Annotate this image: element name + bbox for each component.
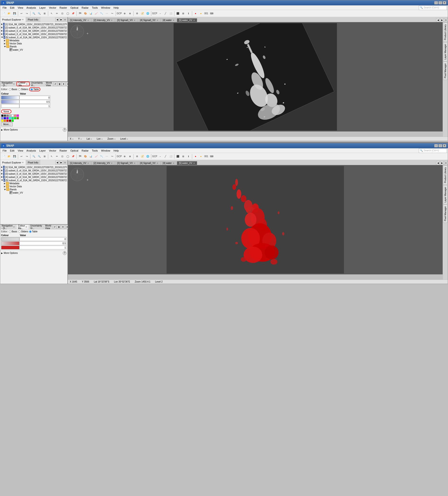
nav-tab-b-navigation[interactable]: Navigation - [5... ✕	[0, 225, 16, 229]
radio-table-input[interactable]	[30, 88, 33, 91]
tb-pin-b[interactable]: 📌	[71, 154, 75, 159]
right-sidebar-b-layer-manager[interactable]: Layer Manager	[443, 185, 448, 204]
right-sidebar-product-library[interactable]: Product Library	[443, 23, 448, 42]
tb-zoom-in-b[interactable]: 🔍	[31, 154, 36, 159]
tb-red-b[interactable]: ●	[193, 154, 198, 159]
product-explorer-close[interactable]: ✕	[22, 18, 24, 21]
menu-analysis[interactable]: Analysis	[25, 6, 37, 10]
tb-arrow-b[interactable]: →	[158, 154, 163, 159]
tb-zoom-out[interactable]: 🔍	[37, 11, 42, 16]
viewer-scroll-left[interactable]: ◀	[436, 18, 440, 22]
viewer-tab-1[interactable]: [1] Intensity_VV ✕	[68, 18, 91, 22]
expand-icon-2[interactable]	[1, 27, 2, 29]
expand-icon-b-bands[interactable]	[4, 189, 6, 190]
tb-line[interactable]: ╱	[163, 11, 168, 16]
tree-item-vectordata[interactable]: Vector Data	[1, 42, 67, 45]
menu-edit[interactable]: Edit	[9, 6, 16, 10]
palette-orange[interactable]	[4, 120, 6, 122]
viewer-tab-3[interactable]: [3] Sigma0_VV ✕	[115, 18, 138, 22]
minimize-btn[interactable]: ─	[434, 1, 438, 4]
palette-red[interactable]	[6, 120, 9, 122]
menu-optical[interactable]: Optical	[69, 6, 80, 10]
palette-green2[interactable]	[11, 120, 14, 122]
viewer-tab-5[interactable]: [4] water ✕	[161, 18, 177, 22]
value-input-b-0[interactable]	[19, 237, 66, 241]
nav-ctrl-import[interactable]: ⬆	[62, 82, 66, 86]
tb-zoom-fit-b[interactable]: ⊞	[42, 154, 47, 159]
menu-file[interactable]: File	[1, 6, 8, 10]
tb-color-b[interactable]: 🎨	[83, 154, 88, 159]
radio-sliders-input[interactable]	[18, 88, 21, 91]
palette-olive[interactable]	[16, 117, 19, 119]
maximize-btn[interactable]: □	[438, 1, 442, 4]
tb-compass[interactable]: 🧭	[140, 11, 145, 16]
tb-zoom-fit[interactable]: ⊞	[42, 11, 47, 16]
image-viewer-bottom[interactable]: N +	[68, 165, 443, 274]
tb-cursor[interactable]: ↖	[49, 11, 54, 16]
more-options-bar-bottom[interactable]: ▶ More Options ?	[0, 250, 67, 255]
palette-white[interactable]	[11, 114, 14, 117]
viewer-tab-5-close[interactable]: ✕	[173, 19, 175, 21]
value-input-1[interactable]	[19, 104, 50, 108]
menu-raster[interactable]: Raster	[58, 6, 68, 10]
viewer-tab-4-close[interactable]: ✕	[157, 19, 158, 21]
tb-red[interactable]: ●	[193, 11, 198, 16]
viewer-tab-3-close[interactable]: ✕	[134, 19, 135, 21]
nav-ctrl-delete[interactable]: 🗑	[58, 82, 61, 86]
palette-darkred[interactable]	[9, 120, 11, 122]
viewer-tab-b-3[interactable]: [3] Sigma0_VV ✕	[115, 161, 138, 165]
tb-hist-b[interactable]: 📉	[99, 154, 104, 159]
more-options-bar-top[interactable]: ▶ More Options ?	[0, 127, 67, 132]
tb-yellow[interactable]: ●	[198, 11, 203, 16]
tb-band[interactable]: ⬛	[175, 11, 180, 16]
help-btn-bottom[interactable]: ?	[63, 251, 66, 255]
palette-gray[interactable]	[6, 114, 9, 117]
pixel-info-tab[interactable]: Pixel Info	[26, 17, 40, 22]
menu-file-b[interactable]: File	[1, 149, 8, 153]
palette-blue[interactable]	[4, 117, 6, 119]
tb-grid[interactable]: ⊞	[180, 11, 186, 16]
tree-item-b-2[interactable]: S [2] subset_0_of_S1A_IW_GRDH_1SSV_20150…	[1, 169, 67, 172]
tb-area[interactable]: ⬜	[168, 11, 173, 16]
tb-tiepoint-b[interactable]: ⊗	[127, 154, 133, 159]
menu-layer[interactable]: Layer	[38, 6, 47, 10]
tb-moretools[interactable]: ⚙	[134, 11, 139, 16]
tb-gcp[interactable]: GCP	[117, 11, 122, 16]
tb-scatter-b[interactable]: ⋯	[104, 154, 109, 159]
right-sidebar-b-pixel-manager[interactable]: Pixel Manager	[443, 204, 448, 223]
tree-item-4[interactable]: S [4] subset_0_of_S1A_IW_GRDH_1SSV_20150…	[1, 32, 67, 36]
none-button[interactable]: None	[1, 109, 11, 113]
tree-item-b-vector[interactable]: Vector Data	[1, 185, 67, 188]
expand-icon-b-1[interactable]	[1, 166, 2, 168]
nav-ctrl-b-refresh[interactable]: ↺	[53, 225, 57, 229]
menu-view-b[interactable]: View	[16, 149, 25, 153]
radio-basic-input[interactable]	[9, 88, 11, 91]
viewer-pin-b[interactable]: ⊡	[444, 161, 448, 165]
menu-analysis-b[interactable]: Analysis	[25, 149, 37, 153]
expand-icon-1[interactable]	[1, 23, 2, 25]
palette-lightsalmon[interactable]	[14, 114, 16, 117]
tree-item-b-4[interactable]: S [4] subset_0_of_S1A_IW_GRDH_1SSV_20150…	[1, 175, 67, 179]
menu-window[interactable]: Window	[100, 6, 112, 10]
colour-swatch-b-1[interactable]	[1, 246, 19, 249]
nav-tab-navigation-close[interactable]: ✕	[13, 83, 15, 85]
tb-pin2[interactable]: ⊕	[122, 11, 127, 16]
tb-color[interactable]: 🎨	[83, 11, 88, 16]
tree-item-b-meta[interactable]: Metadata	[1, 182, 67, 185]
palette-magenta[interactable]	[16, 114, 19, 117]
tb-open[interactable]: 📂	[7, 11, 12, 16]
nav-tab-navigation[interactable]: Navigation - [5... ✕	[0, 82, 16, 86]
viewer-tab-b-2[interactable]: [2] Intensity_VV ✕	[91, 161, 115, 165]
tb-pin2-b[interactable]: ⊕	[122, 154, 127, 159]
tb-stats[interactable]: 📈	[94, 11, 99, 16]
viewer-tab-2[interactable]: [2] Intensity_VV ✕	[91, 18, 115, 22]
tb-moretools-b[interactable]: ⚙	[134, 154, 139, 159]
tb-numbers[interactable]: 001	[204, 11, 209, 16]
tree-item-b-bands[interactable]: Bands	[1, 188, 67, 191]
tb-draw[interactable]: ✏	[54, 11, 60, 16]
colour-swatch-b-05[interactable]	[1, 241, 19, 245]
colour-swatch-b-0[interactable]	[1, 237, 19, 241]
tb-compass-b[interactable]: 🧭	[140, 154, 145, 159]
expand-icon-5[interactable]	[1, 37, 3, 38]
nav-ctrl-b-import[interactable]: ⬆	[61, 225, 65, 229]
